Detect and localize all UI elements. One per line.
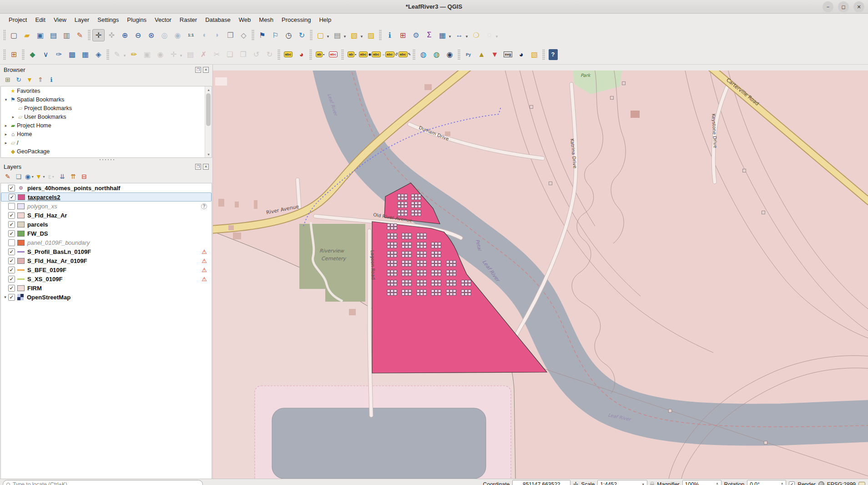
new-spatial-bookmark-icon[interactable]: ⚑: [256, 29, 268, 41]
layer-item-piers_40homes_points_northhalf[interactable]: ✓piers_40homes_points_northhalf: [1, 183, 212, 192]
expand-all-icon[interactable]: ⇊: [57, 172, 67, 181]
filter-browser-icon[interactable]: ▼: [25, 75, 35, 84]
toolbar-grip[interactable]: [309, 49, 312, 60]
layer-checkbox[interactable]: ✓: [8, 230, 15, 237]
processing-toolbox-icon[interactable]: ⚙: [410, 29, 422, 41]
temporal-controller-icon[interactable]: ◷: [283, 29, 295, 41]
layer-checkbox[interactable]: ✓: [8, 267, 15, 273]
expander-icon[interactable]: ▾: [3, 97, 9, 102]
browser-item--[interactable]: ▸▱/: [1, 138, 212, 147]
layer-warning-icon[interactable]: ⚠: [202, 248, 207, 255]
toolbar-grip[interactable]: [106, 49, 109, 60]
menu-database[interactable]: Database: [201, 15, 235, 25]
menu-plugins[interactable]: Plugins: [123, 15, 151, 25]
scroll-thumb[interactable]: [206, 93, 211, 126]
data-source-manager-icon[interactable]: ⊞: [8, 48, 20, 61]
zoom-native-icon[interactable]: 1:1: [185, 29, 197, 41]
layer-item-s_bfe_0109f[interactable]: ✓S_BFE_0109F⚠: [1, 265, 212, 274]
new-shapefile-layer-icon[interactable]: ∨: [40, 48, 52, 61]
terrain-plugin-icon[interactable]: ▲: [475, 48, 488, 61]
quickmapservices-icon[interactable]: ◕: [515, 48, 527, 61]
highlight-pinned-labels-icon[interactable]: abc: [327, 48, 339, 61]
rotation-spin[interactable]: 0.0° ▲▼: [747, 480, 786, 485]
layer-checkbox[interactable]: ✓: [8, 185, 15, 192]
open-project-icon[interactable]: ▰: [21, 29, 33, 41]
map-tips-icon[interactable]: ❍: [470, 29, 482, 41]
layer-item-firm[interactable]: ✓FIRM: [1, 283, 212, 293]
google-maps-pin-icon[interactable]: ▼: [489, 48, 501, 61]
toolbar-grip[interactable]: [413, 49, 415, 60]
deselect-features-icon[interactable]: ▧▼: [348, 29, 360, 41]
vertex-tool-icon[interactable]: ✛▼: [167, 48, 180, 61]
svg-annotation-icon[interactable]: svg: [502, 48, 514, 61]
annotations-icon[interactable]: ◌▼: [483, 29, 495, 41]
identify-features-icon[interactable]: ℹ: [384, 29, 396, 41]
map-canvas[interactable]: River AvenueOld River AvenueDurham Drive…: [213, 71, 868, 479]
open-layer-styling-icon[interactable]: ✎: [3, 172, 13, 181]
browser-item-project-home[interactable]: ▸▰Project Home: [1, 121, 212, 130]
layer-warning-icon[interactable]: ⚠: [202, 276, 207, 283]
layer-checkbox[interactable]: [8, 239, 15, 246]
new-spatialite-layer-icon[interactable]: ✑: [53, 48, 65, 61]
layer-item-s_fld_haz_ar_0109f[interactable]: ✓S_Fld_Haz_Ar_0109F⚠: [1, 256, 212, 265]
menu-mesh[interactable]: Mesh: [255, 15, 278, 25]
browser-item-favorites[interactable]: ★Favorites: [1, 86, 212, 95]
render-checkbox[interactable]: ✓: [789, 481, 795, 485]
web-binoculars-icon[interactable]: ◉: [444, 48, 456, 61]
pin-labels-icon[interactable]: ab•: [314, 48, 326, 61]
menu-web[interactable]: Web: [235, 15, 255, 25]
spinner-icons[interactable]: ▲▼: [781, 482, 783, 485]
remove-layer-icon[interactable]: ⊟: [79, 172, 89, 181]
browser-scrollbar[interactable]: ▲ ▼: [205, 86, 212, 157]
current-edits-icon[interactable]: ✎▼: [111, 48, 123, 61]
undo-icon[interactable]: ↺: [250, 48, 262, 61]
layer-item-s_xs_0109f[interactable]: ✓S_XS_0109F⚠: [1, 274, 212, 283]
toggle-label-pin-icon[interactable]: ab•: [346, 48, 358, 61]
toolbar-grip[interactable]: [278, 49, 280, 60]
expander-icon[interactable]: ▸: [3, 123, 9, 128]
expander-icon[interactable]: ▸: [3, 141, 9, 145]
scroll-up-icon[interactable]: ▲: [205, 86, 212, 93]
layer-item-parcels[interactable]: ✓parcels: [1, 220, 212, 229]
toolbar-grip[interactable]: [341, 49, 344, 60]
redo-icon[interactable]: ↻: [263, 48, 276, 61]
new-gpx-layer-icon[interactable]: ▦: [79, 48, 91, 61]
maximize-button[interactable]: ◻: [838, 1, 849, 12]
layer-labeling-icon[interactable]: abc: [282, 48, 294, 61]
zoom-next-icon[interactable]: ◗: [211, 29, 223, 41]
new-3d-map-view-icon[interactable]: ◇: [237, 29, 250, 41]
toolbar-grip[interactable]: [22, 49, 25, 60]
modify-attributes-icon[interactable]: ▤: [184, 48, 197, 61]
browser-float-button[interactable]: ❐: [195, 67, 201, 73]
style-manager-icon[interactable]: ✎: [74, 29, 86, 41]
messages-icon[interactable]: [858, 482, 865, 485]
crs-globe-icon[interactable]: [818, 481, 824, 485]
field-calculator-icon[interactable]: ⊞: [397, 29, 409, 41]
help-icon[interactable]: ?: [547, 48, 559, 61]
refresh-map-icon[interactable]: ↻: [296, 29, 308, 41]
python-console-icon[interactable]: Py: [462, 48, 474, 61]
locate-input[interactable]: Type to locate (Ctrl+K): [3, 480, 203, 485]
select-all-features-icon[interactable]: ▨: [365, 29, 377, 41]
metasearch-add-icon[interactable]: ◍: [417, 48, 429, 61]
expander-icon[interactable]: ▸: [10, 115, 16, 119]
show-spatial-bookmarks-icon[interactable]: ⚐: [269, 29, 282, 41]
new-virtual-layer-icon[interactable]: ◈: [92, 48, 105, 61]
magnifier-spin[interactable]: 100% ▲▼: [682, 480, 722, 485]
spinner-icons[interactable]: ▲▼: [716, 482, 719, 485]
show-hide-labels-icon[interactable]: abc◉: [359, 48, 371, 61]
menu-settings[interactable]: Settings: [93, 15, 123, 25]
pan-to-selection-icon[interactable]: ✜: [106, 29, 118, 41]
layer-checkbox[interactable]: ✓: [8, 285, 15, 292]
add-selected-layers-icon[interactable]: ⊞: [3, 75, 13, 84]
layer-checkbox[interactable]: ✓: [8, 294, 15, 301]
menu-edit[interactable]: Edit: [31, 15, 49, 25]
rotate-label-icon[interactable]: abc↺: [385, 48, 398, 61]
paste-features-icon[interactable]: ❐: [237, 48, 249, 61]
menu-help[interactable]: Help: [315, 15, 335, 25]
menu-processing[interactable]: Processing: [278, 15, 315, 25]
metasearch-search-icon[interactable]: ◍: [430, 48, 443, 61]
layers-float-button[interactable]: ❐: [195, 164, 201, 170]
layer-item-polygon_xs[interactable]: polygon_xs?: [1, 202, 212, 211]
change-label-icon[interactable]: abc✎: [399, 48, 411, 61]
